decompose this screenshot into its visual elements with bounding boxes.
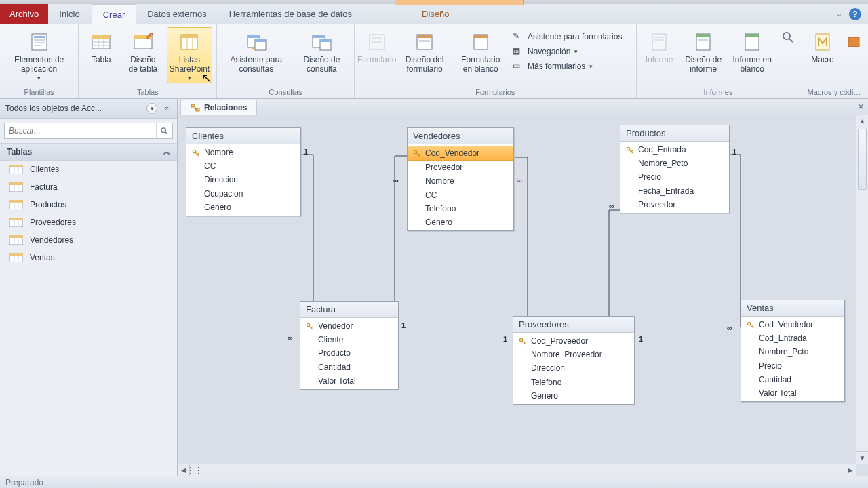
field-nombre[interactable]: Nombre — [186, 146, 300, 159]
nav-item-factura[interactable]: Factura — [0, 178, 177, 196]
field-proveedor[interactable]: Proveedor — [620, 198, 729, 211]
relationships-canvas[interactable]: 1 ∞ 1 ∞ ∞ 1 1 ∞ 1 ∞ ▲ ▼ ◀ ⋮⋮ ▶ ClientesN… — [178, 115, 868, 476]
diseno-informe-button[interactable]: Diseño de informe — [680, 27, 726, 77]
nav-item-clientes[interactable]: Clientes — [0, 161, 177, 178]
doc-tab-relaciones[interactable]: Relaciones — [180, 100, 257, 115]
table-title[interactable]: Productos — [620, 125, 729, 142]
field-cantidad[interactable]: Cantidad — [300, 361, 398, 374]
file-tab[interactable]: Archivo — [0, 4, 48, 24]
field-cod_entrada[interactable]: Cod_Entrada — [741, 331, 844, 345]
asistente-formularios-button[interactable]: ✎Asistente para formularios — [510, 30, 632, 43]
table-factura[interactable]: FacturaVendedorClienteProductoCantidadVa… — [300, 301, 399, 390]
field-cliente[interactable]: Cliente — [300, 333, 398, 346]
field-nombre_proveedor[interactable]: Nombre_Proveedor — [513, 348, 634, 361]
field-cc[interactable]: CC — [186, 159, 300, 173]
diseno-tabla-button[interactable]: Diseño de tabla — [122, 27, 163, 77]
field-telefono[interactable]: Telefono — [408, 202, 513, 216]
scroll-thumb[interactable] — [858, 129, 867, 190]
field-proveedor[interactable]: Proveedor — [408, 161, 513, 174]
formulario-button[interactable]: Formulario — [359, 27, 395, 67]
scroll-right-icon[interactable]: ▶ — [844, 464, 856, 476]
table-title[interactable]: Factura — [300, 302, 398, 318]
nav-item-proveedores[interactable]: Proveedores — [0, 214, 177, 231]
field-valor total[interactable]: Valor Total — [300, 374, 398, 388]
macro-button[interactable]: Macro — [804, 27, 841, 67]
svg-rect-24 — [320, 39, 331, 42]
search-button[interactable] — [156, 123, 172, 138]
tab-diseno-context[interactable]: Diseño — [411, 4, 460, 24]
tabla-button[interactable]: Tabla — [83, 27, 119, 67]
field-precio[interactable]: Precio — [741, 359, 844, 373]
field-cod_vendedor[interactable]: Cod_Vendedor — [741, 318, 844, 331]
table-icon — [9, 200, 23, 209]
formulario-blanco-button[interactable]: Formulario en blanco — [454, 27, 507, 77]
field-ocupacion[interactable]: Ocupacion — [186, 187, 300, 201]
nav-section-tablas[interactable]: Tablas ︽ — [0, 143, 177, 161]
mas-formularios-button[interactable]: ▭Más formularios ▾ — [510, 60, 632, 73]
field-cod_vendedor[interactable]: Cod_Vendedor — [408, 146, 513, 161]
table-clientes[interactable]: ClientesNombreCCDireccionOcupacionGenero — [186, 127, 301, 216]
table-title[interactable]: Proveedores — [513, 317, 634, 333]
field-vendedor[interactable]: Vendedor — [300, 319, 398, 333]
elementos-aplicacion-button[interactable]: Elementos de aplicación ▾ — [4, 27, 74, 83]
field-genero[interactable]: Genero — [408, 216, 513, 229]
relationships-icon — [191, 103, 200, 113]
doc-tab-close[interactable]: ✕ — [853, 99, 868, 115]
listas-sharepoint-button[interactable]: Listas SharePoint ▾ — [167, 27, 213, 83]
key-icon — [191, 149, 200, 157]
table-title[interactable]: Clientes — [186, 128, 300, 144]
field-cod_entrada[interactable]: Cod_Entrada — [620, 143, 729, 157]
scroll-up-icon[interactable]: ▲ — [856, 115, 868, 127]
field-genero[interactable]: Genero — [513, 389, 634, 403]
navegacion-button[interactable]: ▦Navegación ▾ — [510, 45, 632, 58]
field-nombre[interactable]: Nombre — [408, 174, 513, 188]
nav-dropdown-icon[interactable]: ▾ — [146, 103, 157, 114]
nav-collapse-icon[interactable]: « — [161, 104, 172, 113]
informes-more-button[interactable] — [778, 27, 795, 48]
vertical-scrollbar[interactable]: ▲ ▼ — [856, 115, 868, 464]
asistente-consultas-button[interactable]: Asistente para consultas — [221, 27, 291, 77]
help-icon[interactable]: ? — [849, 8, 861, 20]
diseno-consulta-button[interactable]: Diseño de consulta — [294, 27, 349, 77]
informe-blanco-button[interactable]: Informe en blanco — [729, 27, 775, 77]
tab-crear[interactable]: Crear — [92, 4, 137, 24]
field-producto[interactable]: Producto — [300, 346, 398, 360]
horizontal-scrollbar[interactable]: ◀ ⋮⋮ ▶ — [178, 464, 856, 476]
table-vendedores[interactable]: VendedoresCod_VendedorProveedorNombreCCT… — [407, 127, 514, 231]
field-fecha_entrada[interactable]: Fecha_Entrada — [620, 184, 729, 198]
table-ventas[interactable]: VentasCod_VendedorCod_EntradaNombre_Pcto… — [741, 300, 845, 402]
field-nombre_pcto[interactable]: Nombre_Pcto — [620, 157, 729, 170]
field-cantidad[interactable]: Cantidad — [741, 373, 844, 386]
field-cod_proveedor[interactable]: Cod_Proveedor — [513, 334, 634, 348]
nav-item-productos[interactable]: Productos — [0, 196, 177, 214]
scroll-down-icon[interactable]: ▼ — [856, 451, 868, 464]
field-telefono[interactable]: Telefono — [513, 375, 634, 389]
nav-item-ventas[interactable]: Ventas — [0, 249, 177, 266]
search-input[interactable] — [5, 123, 156, 138]
informe-button[interactable]: Informe — [641, 27, 677, 67]
field-genero[interactable]: Genero — [186, 201, 300, 214]
ribbon-minimize-icon[interactable]: ⌄ — [836, 9, 842, 18]
field-valor total[interactable]: Valor Total — [741, 386, 844, 400]
module-button[interactable] — [844, 27, 864, 58]
table-title[interactable]: Ventas — [741, 300, 844, 317]
table-title[interactable]: Vendedores — [408, 128, 513, 144]
document-area: Relaciones ✕ 1 ∞ 1 ∞ ∞ 1 1 ∞ 1 ∞ ▲ ▼ — [178, 99, 868, 476]
field-direccion[interactable]: Direccion — [513, 361, 634, 375]
diseno-formulario-button[interactable]: Diseño del formulario — [398, 27, 452, 77]
label: Diseño del formulario — [401, 56, 448, 75]
table-proveedores[interactable]: ProveedoresCod_ProveedorNombre_Proveedor… — [513, 316, 635, 405]
field-direccion[interactable]: Direccion — [186, 173, 300, 186]
tab-herramientas-bd[interactable]: Herramientas de base de datos — [218, 4, 363, 24]
nav-header[interactable]: Todos los objetos de Acc... ▾ « — [0, 99, 177, 119]
svg-rect-40 — [745, 34, 759, 37]
tab-inicio[interactable]: Inicio — [48, 4, 91, 24]
key-icon — [304, 323, 314, 330]
tab-datos-externos[interactable]: Datos externos — [136, 4, 218, 24]
field-cc[interactable]: CC — [408, 188, 513, 202]
nav-item-vendedores[interactable]: Vendedores — [0, 231, 177, 249]
table-productos[interactable]: ProductosCod_EntradaNombre_PctoPrecioFec… — [620, 125, 730, 214]
blank-form-icon — [469, 30, 492, 54]
field-precio[interactable]: Precio — [620, 170, 729, 184]
field-nombre_pcto[interactable]: Nombre_Pcto — [741, 345, 844, 359]
